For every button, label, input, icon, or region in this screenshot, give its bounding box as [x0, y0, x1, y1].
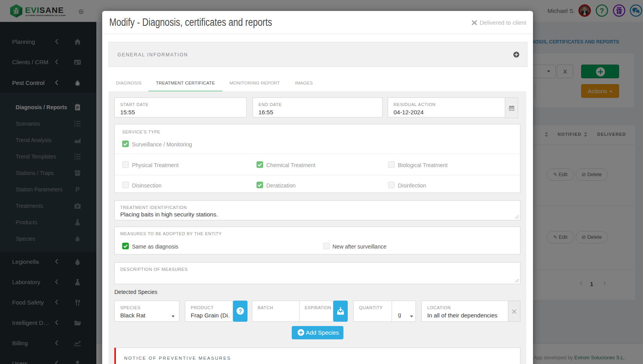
svg-text:?: ? [238, 308, 242, 314]
